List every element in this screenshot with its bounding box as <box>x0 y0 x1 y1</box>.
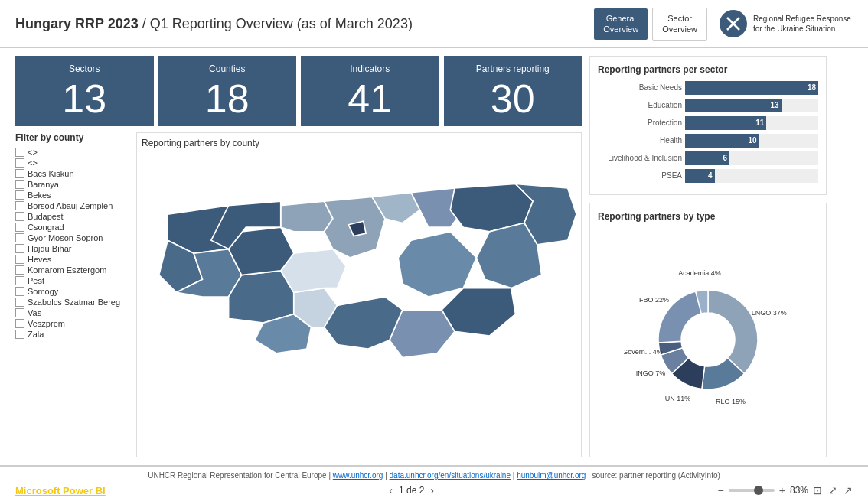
bar-chart-panel: Reporting partners per sector Basic Need… <box>589 56 827 195</box>
bar-row-2: Protection 11 <box>598 116 818 130</box>
filter-item-7[interactable]: Csongrad <box>15 223 129 232</box>
filter-label-8: Gyor Moson Sopron <box>28 233 103 242</box>
bar-label-1: Education <box>598 101 682 109</box>
filter-label-14: Szabolcs Szatmar Bereg <box>28 298 120 307</box>
zoom-in-button[interactable]: + <box>779 484 785 496</box>
donut-chart-container: LNGO 37%RLO 15%UN 11%INGO 7%Govern... 4%… <box>598 226 818 446</box>
filter-checkbox-15[interactable] <box>15 308 24 317</box>
header-right: GeneralOverview SectorOverview Regional … <box>594 8 853 41</box>
bar-fill-5: 4 <box>685 169 715 183</box>
filter-checkbox-8[interactable] <box>15 233 24 242</box>
bar-fill-1: 13 <box>685 99 782 112</box>
donut-segment-0[interactable] <box>708 290 758 373</box>
filter-item-5[interactable]: Borsod Abauj Zemplen <box>15 201 129 210</box>
filter-checkbox-6[interactable] <box>15 212 24 221</box>
filter-checkbox-11[interactable] <box>15 265 24 275</box>
filter-label-0: <> <box>28 148 38 157</box>
filter-label-2: Bacs Kiskun <box>28 169 74 178</box>
filter-label-10: Heves <box>28 255 51 264</box>
filter-label-15: Vas <box>28 308 41 317</box>
data-link[interactable]: data.unhcr.org/en/situations/ukraine <box>390 471 511 480</box>
bar-fill-3: 10 <box>685 134 759 148</box>
prev-page-button[interactable]: ‹ <box>389 484 393 496</box>
filter-panel: Filter by county <><>Bacs KiskunBaranyaB… <box>15 132 129 457</box>
unhcr-logo: Regional Refugee Response for the Ukrain… <box>720 10 853 37</box>
general-overview-button[interactable]: GeneralOverview <box>594 8 648 40</box>
donut-label-6: Academia 4% <box>678 269 721 277</box>
filter-item-0[interactable]: <> <box>15 148 129 157</box>
zoom-slider-thumb <box>754 486 763 495</box>
filter-checkbox-17[interactable] <box>15 330 24 339</box>
filter-checkbox-2[interactable] <box>15 169 24 178</box>
filter-item-14[interactable]: Szabolcs Szatmar Bereg <box>15 298 129 307</box>
next-page-button[interactable]: › <box>430 484 434 496</box>
filter-item-11[interactable]: Komarom Esztergom <box>15 265 129 275</box>
filter-checkbox-5[interactable] <box>15 201 24 210</box>
share-icon[interactable]: ↗ <box>844 484 853 496</box>
fit-page-icon[interactable]: ⊡ <box>813 484 822 496</box>
partners-label: Partners reporting <box>455 63 572 74</box>
filter-label-6: Budapest <box>28 212 63 221</box>
partners-value: 30 <box>455 79 572 119</box>
filter-checkbox-4[interactable] <box>15 190 24 200</box>
zoom-slider[interactable] <box>729 489 775 492</box>
bar-fill-0: 18 <box>685 81 818 95</box>
donut-label-0: LNGO 37% <box>752 309 787 317</box>
filter-checkbox-3[interactable] <box>15 180 24 189</box>
bar-row-1: Education 13 <box>598 99 818 112</box>
filter-item-8[interactable]: Gyor Moson Sopron <box>15 233 129 242</box>
filter-checkbox-0[interactable] <box>15 148 24 157</box>
bar-chart-title: Reporting partners per sector <box>598 64 818 75</box>
bar-label-3: Health <box>598 136 682 145</box>
counties-label: Counties <box>169 63 286 74</box>
email-link[interactable]: hunbuim@unhcr.org <box>517 471 586 480</box>
counties-value: 18 <box>169 79 286 119</box>
filter-item-6[interactable]: Budapest <box>15 212 129 221</box>
filter-item-1[interactable]: <> <box>15 158 129 168</box>
zoom-out-button[interactable]: − <box>718 484 724 496</box>
filter-label-1: <> <box>28 158 38 168</box>
filter-item-4[interactable]: Bekes <box>15 190 129 200</box>
bar-row-3: Health 10 <box>598 134 818 148</box>
title-bold: Hungary RRP 2023 <box>15 16 139 31</box>
county-jasz[interactable] <box>398 231 476 296</box>
unhcr-logo-icon <box>720 10 747 37</box>
filter-checkbox-10[interactable] <box>15 255 24 264</box>
zoom-controls: − + 83% ⊡ ⤢ ↗ <box>718 484 853 496</box>
footer-icons: ⊡ ⤢ ↗ <box>813 484 853 496</box>
filter-item-9[interactable]: Hajdu Bihar <box>15 244 129 253</box>
filter-item-13[interactable]: Somogy <box>15 287 129 296</box>
bar-label-5: PSEA <box>598 171 682 180</box>
stat-card-indicators: Indicators 41 <box>301 56 439 126</box>
filter-item-12[interactable]: Pest <box>15 276 129 285</box>
filter-checkbox-1[interactable] <box>15 158 24 168</box>
filter-checkbox-7[interactable] <box>15 223 24 232</box>
filter-item-16[interactable]: Veszprem <box>15 319 129 328</box>
indicators-value: 41 <box>312 79 429 119</box>
filter-checkbox-12[interactable] <box>15 276 24 285</box>
powerbi-link[interactable]: Microsoft Power BI <box>15 485 106 496</box>
filter-label-13: Somogy <box>28 287 58 296</box>
content-area: Sectors 13 Counties 18 Indicators 41 Par… <box>0 48 868 465</box>
filter-item-2[interactable]: Bacs Kiskun <box>15 169 129 178</box>
unhcr-logo-text: Regional Refugee Response for the Ukrain… <box>753 14 853 34</box>
filter-item-3[interactable]: Baranya <box>15 180 129 189</box>
fullscreen-icon[interactable]: ⤢ <box>828 484 837 496</box>
footer-bottom-bar: Microsoft Power BI ‹ 1 de 2 › − + 83% ⊡ … <box>15 484 853 496</box>
filter-item-10[interactable]: Heves <box>15 255 129 264</box>
sector-overview-button[interactable]: SectorOverview <box>652 8 707 41</box>
hungary-map <box>142 151 576 451</box>
donut-label-4: Govern... 4% <box>624 348 663 356</box>
county-komarom[interactable] <box>281 201 333 232</box>
filter-checkbox-14[interactable] <box>15 298 24 307</box>
filter-checkbox-13[interactable] <box>15 287 24 296</box>
bar-chart-rows: Basic Needs 18 Education 13 Protection 1… <box>598 81 818 183</box>
filter-item-17[interactable]: Zala <box>15 330 129 339</box>
sectors-label: Sectors <box>26 63 143 74</box>
footer-links-text: UNHCR Regional Representation for Centra… <box>148 471 720 480</box>
filter-item-15[interactable]: Vas <box>15 308 129 317</box>
filter-checkbox-16[interactable] <box>15 319 24 328</box>
unhcr-link[interactable]: www.unhcr.org <box>333 471 383 480</box>
filter-label-9: Hajdu Bihar <box>28 244 71 253</box>
filter-checkbox-9[interactable] <box>15 244 24 253</box>
